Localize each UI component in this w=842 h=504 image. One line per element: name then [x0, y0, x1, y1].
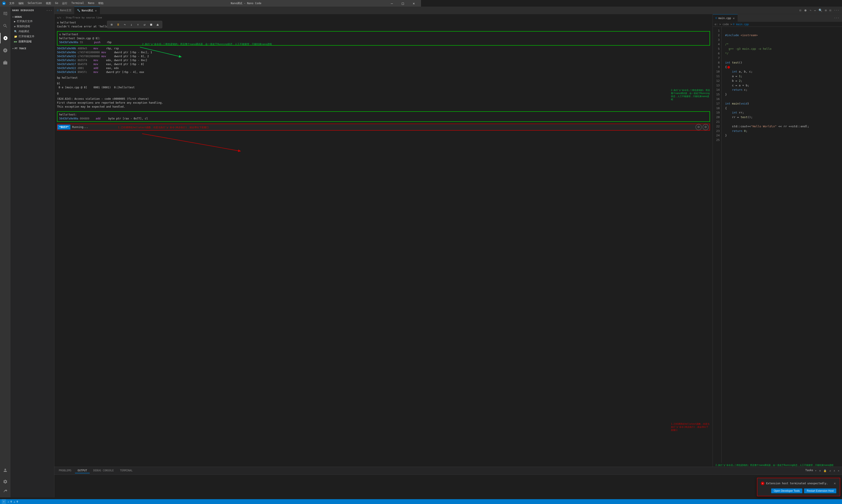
content-area: u/c - Step/Trace by source line u hello!…	[54, 14, 421, 252]
menu-nano[interactable]: Nano	[86, 1, 96, 6]
debug-av-line3: This exception may be expected and handl…	[57, 105, 421, 109]
debug-asm-4: 5643bfa9e915 c745f802000000 mov dword pt…	[57, 54, 421, 58]
kernel-icon: 🔍	[14, 30, 17, 33]
debug-asm-7: 5643bfa9e922 d001 add eax, edx	[57, 66, 421, 70]
input-bar: *BUSY* Running... ⓧ ⓧ	[57, 124, 421, 131]
toolbar-step-up[interactable]: ↑	[135, 22, 141, 27]
sidebar-more-icon[interactable]: ···	[46, 8, 52, 13]
activity-debug[interactable]	[0, 33, 11, 43]
action-kernel-debug[interactable]: 🔍 内核调试	[11, 29, 54, 34]
activity-git[interactable]	[0, 45, 11, 56]
menu-help[interactable]: 帮助	[97, 1, 105, 6]
debug-arrow-icon: ▾	[12, 16, 14, 18]
sidebar: NANO DEBUGGER ··· ▾ DEBUG ▶ 打开执行文件 ⊕ 附加到…	[11, 6, 54, 252]
activity-bar	[0, 6, 11, 252]
debug-section: ▾ DEBUG ▶ 打开执行文件 ⊕ 附加到进程 🔍 内核调试 📁 打开转储文件…	[11, 14, 54, 45]
menu-file[interactable]: 文件	[7, 1, 16, 6]
action-open-dump[interactable]: 📁 打开转储文件	[11, 34, 54, 39]
pt-arrow-icon: ▾	[12, 47, 14, 50]
action-open-file[interactable]: ▶ 打开执行文件	[11, 19, 54, 24]
app-logo: ◆	[2, 2, 6, 5]
toolbar-pause[interactable]: ⏸	[116, 22, 121, 27]
menu-selection[interactable]: Selection	[26, 1, 43, 6]
debug-fn-asm: 5643bfa9e90a 004889 add byte ptr [rax - …	[59, 116, 421, 121]
debug-av-line2: First chance exceptions are reported bef…	[57, 101, 421, 105]
debug-bl-cmd: bl	[57, 82, 421, 86]
editor-area: © Nano主页 🔧 Nano调试 ✕ ⊟ ⏺ ↷ ↔ 🔍 ⊞ ⊟ ··· ⊞	[54, 6, 421, 252]
connect-play-icon: ▶▶	[14, 40, 17, 43]
activity-search[interactable]	[0, 21, 11, 31]
debug-fn-box: hello!test: 5643bfa9e90a 004889 add byte…	[57, 111, 421, 122]
open-file-icon: ▶	[14, 20, 16, 23]
minimize-button[interactable]: —	[387, 0, 397, 6]
debug-bp-cmd: bp hello!test	[57, 76, 421, 80]
action-connect-remote[interactable]: ▶▶ 连接到远端	[11, 39, 54, 44]
step-header: u/c - Step/Trace by source line	[57, 16, 421, 20]
menu-run[interactable]: 运行	[60, 1, 69, 6]
close-button[interactable]: ✕	[409, 0, 419, 6]
tab-debug-icon: 🔧	[77, 9, 80, 12]
maximize-button[interactable]: □	[398, 0, 408, 6]
toolbar-stop[interactable]: ⏹	[148, 22, 154, 27]
debug-asm-5: 5643bfa9e91c 8b55f4 mov edx, dword ptr […	[57, 58, 421, 62]
window-controls: — □ ✕	[387, 0, 419, 6]
debug-output-panel: u/c - Step/Trace by source line u hello!…	[54, 14, 421, 252]
tab-debug-close[interactable]: ✕	[94, 8, 97, 13]
tab-nano-debug[interactable]: 🔧 Nano调试 ✕	[74, 6, 100, 14]
tab-bar: © Nano主页 🔧 Nano调试 ✕ ⊟ ⏺ ↷ ↔ 🔍 ⊞ ⊟ ···	[54, 6, 421, 14]
action-attach-process[interactable]: ⊕ 附加到进程	[11, 24, 54, 29]
debug-label: ▾ DEBUG	[11, 15, 54, 19]
activity-explorer[interactable]	[0, 8, 11, 19]
toolbar-step-into[interactable]: ↷	[122, 22, 127, 27]
debug-g-cmd: g	[57, 91, 421, 95]
running-text[interactable]: Running...	[70, 124, 421, 130]
pt-trace-section: ▾ PT TRACE	[11, 47, 54, 50]
titlebar-menu: 文件 编辑 Selection 视图 Go 运行 Terminal Nano 帮…	[7, 1, 105, 6]
debug-asm-8: 5643bfa9e924 8945fc mov dword ptr [rbp -…	[57, 70, 421, 74]
menu-go[interactable]: Go	[53, 1, 60, 6]
window-title: Nano调试 - Nano Code	[231, 2, 261, 5]
toolbar-step-over[interactable]: ⊞	[109, 22, 114, 27]
tab-nano-home[interactable]: © Nano主页	[54, 6, 74, 14]
toolbar-step-out[interactable]: ↓	[129, 22, 134, 27]
pt-trace-label: ▾ PT TRACE	[11, 47, 54, 50]
activity-extensions[interactable]	[0, 57, 11, 68]
menu-edit[interactable]: 编辑	[17, 1, 25, 6]
toolbar-restart[interactable]: ↺	[142, 22, 147, 27]
menu-terminal[interactable]: Terminal	[70, 1, 86, 6]
debug-highlight-box: u hello!test hello!test [main.cpp @ 8]: …	[57, 31, 421, 46]
debug-u-cmd: u hello!test	[59, 32, 421, 36]
debug-av-line1: (82d.82d): Access violation - code c0000…	[57, 97, 421, 101]
tab-home-icon: ©	[57, 9, 58, 12]
sidebar-title: NANO DEBUGGER	[12, 9, 34, 12]
sidebar-header: NANO DEBUGGER ···	[11, 6, 54, 14]
toolbar-disconnect[interactable]: ⏏	[155, 22, 160, 27]
main-container: NANO DEBUGGER ··· ▾ DEBUG ▶ 打开执行文件 ⊕ 附加到…	[11, 6, 421, 252]
debug-fn-label: hello!test:	[59, 113, 421, 116]
menu-view[interactable]: 视图	[44, 1, 53, 6]
debug-toolbar: ⊞ ⏸ ↷ ↓ ↑ ↺ ⏹ ⏏	[107, 21, 162, 28]
titlebar-left: ◆ 文件 编辑 Selection 视图 Go 运行 Terminal Nano…	[2, 1, 105, 6]
titlebar: ◆ 文件 编辑 Selection 视图 Go 运行 Terminal Nano…	[0, 0, 421, 6]
debug-fn-loc: hello!test [main.cpp @ 8]:	[59, 36, 421, 40]
debug-asm-1: 5643bfa9e90a 55 push rbp	[59, 40, 421, 44]
attach-icon: ⊕	[14, 25, 16, 28]
input-container: *BUSY* Running... ⓧ ⓧ	[57, 124, 421, 131]
debug-asm-3: 5643bfa9e90e c745f401000000 mov dword pt…	[57, 50, 421, 54]
debug-asm-6: 5643bfa9e91f 8b45f8 mov eax, dword ptr […	[57, 62, 421, 66]
debug-bl-result: 0 e [main.cpp @ 8] 0001 (0001) 0:|hello!…	[57, 86, 421, 89]
debug-asm-2: 5643bfa9e90b 4889e5 mov rbp, rsp	[57, 47, 421, 50]
busy-badge: *BUSY*	[57, 125, 70, 129]
dump-icon: 📁	[14, 35, 17, 38]
debug-content[interactable]: u/c - Step/Trace by source line u hello!…	[54, 14, 421, 252]
